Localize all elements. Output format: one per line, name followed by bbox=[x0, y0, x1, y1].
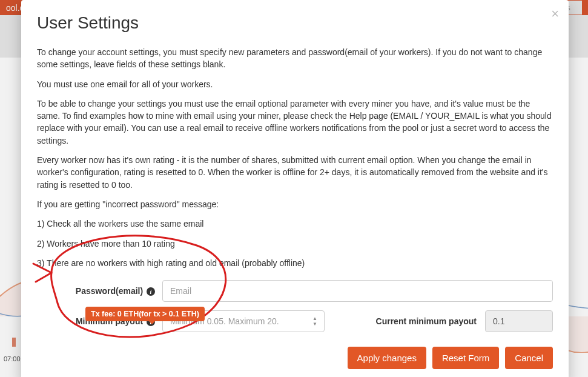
close-icon[interactable]: × bbox=[551, 6, 559, 22]
modal-text: To change your account settings, you mus… bbox=[37, 46, 553, 71]
password-input[interactable] bbox=[162, 280, 553, 302]
current-min-payout-label: Current minimum payout bbox=[376, 316, 477, 326]
number-spinner[interactable]: ▲▼ bbox=[312, 313, 321, 330]
modal-text: You must use one email for all of your w… bbox=[37, 78, 553, 90]
modal-text: If you are getting "incorrect password" … bbox=[37, 198, 553, 210]
modal-text: 2) Workers have more than 10 rating bbox=[37, 238, 553, 250]
chevron-down-icon[interactable]: ▼ bbox=[312, 321, 321, 327]
modal-actions: Apply changes Reset Form Cancel bbox=[37, 347, 553, 369]
reset-form-button[interactable]: Reset Form bbox=[432, 347, 499, 369]
modal-text: To be able to change your settings you m… bbox=[37, 98, 553, 147]
info-icon[interactable]: i bbox=[147, 287, 155, 296]
min-payout-row: Tx fee: 0 ETH(for tx > 0.1 ETH) Minimum … bbox=[37, 310, 553, 332]
chevron-up-icon[interactable]: ▲ bbox=[312, 316, 321, 321]
password-label: Password(email) i bbox=[37, 286, 155, 296]
modal-text: 3) There are no workers with high rating… bbox=[37, 257, 553, 269]
modal-text: 1) Check all the workers use the same em… bbox=[37, 218, 553, 230]
cancel-button[interactable]: Cancel bbox=[505, 347, 553, 369]
password-row: Password(email) i bbox=[37, 280, 553, 302]
modal-title: User Settings bbox=[37, 13, 553, 33]
tx-fee-tooltip: Tx fee: 0 ETH(for tx > 0.1 ETH) bbox=[85, 307, 205, 321]
apply-changes-button[interactable]: Apply changes bbox=[348, 347, 426, 369]
current-min-payout-value: 0.1 bbox=[485, 310, 553, 332]
user-settings-modal: × User Settings To change your account s… bbox=[21, 0, 569, 377]
modal-text: Every worker now has it's own rating - i… bbox=[37, 154, 553, 191]
